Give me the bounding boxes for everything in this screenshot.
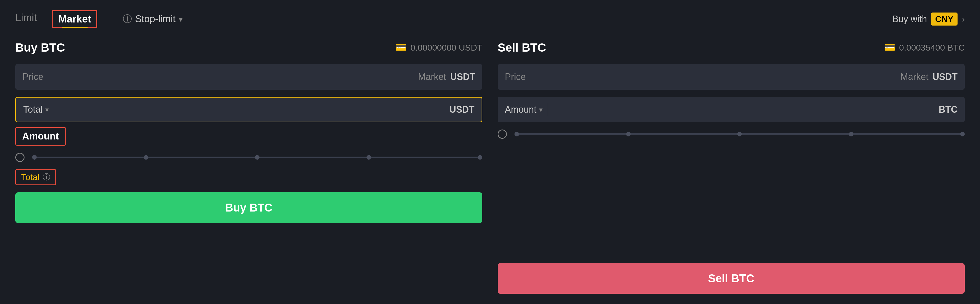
stop-limit-label: Stop-limit — [135, 14, 175, 24]
card-icon: 💳 — [395, 42, 407, 53]
sell-track-dot-2 — [626, 132, 631, 136]
sell-amount-row[interactable]: Amount ▾ BTC — [498, 97, 965, 122]
sell-price-currency: USDT — [932, 72, 958, 82]
buy-total-input[interactable] — [59, 104, 449, 115]
buy-tooltip-label: Total — [21, 172, 40, 182]
buy-total-arrow: ▾ — [45, 106, 49, 114]
main-container: Limit Market ⓘ Stop-limit ▾ Buy with CNY… — [0, 0, 980, 304]
track-dot-1 — [32, 155, 37, 160]
sell-divider — [548, 103, 548, 116]
sell-track-dot-3 — [737, 132, 742, 136]
buy-panel-title: Buy BTC — [15, 41, 65, 54]
buy-total-currency: USDT — [449, 104, 474, 115]
buy-slider-row — [15, 153, 482, 162]
buy-price-label: Price — [22, 72, 53, 82]
sell-panel: Sell BTC 💳 0.00035400 BTC Price Market U… — [498, 41, 965, 294]
track-dot-5 — [478, 155, 482, 160]
panels-row: Buy BTC 💳 0.00000000 USDT Price Market U… — [15, 41, 965, 294]
chevron-down-icon: ▾ — [179, 14, 183, 24]
sell-price-market: Market — [900, 72, 928, 82]
buy-btc-button[interactable]: Buy BTC — [15, 192, 482, 223]
buy-price-row: Price Market USDT — [15, 64, 482, 90]
tooltip-info-icon: ⓘ — [43, 172, 50, 182]
sell-track-dot-5 — [960, 132, 965, 136]
sell-track-dot-1 — [514, 132, 519, 136]
sell-panel-header: Sell BTC 💳 0.00035400 BTC — [498, 41, 965, 54]
sell-balance-info: 💳 0.00035400 BTC — [884, 42, 965, 53]
divider — [54, 103, 54, 116]
sell-price-label: Price — [505, 72, 535, 82]
limit-tab[interactable]: Limit — [15, 12, 37, 26]
chevron-right-icon: › — [962, 14, 965, 24]
sell-slider-row — [498, 130, 965, 139]
stop-limit-tab[interactable]: ⓘ Stop-limit ▾ — [123, 13, 183, 25]
sell-amount-dropdown[interactable]: Amount ▾ — [505, 104, 542, 115]
sell-panel-title: Sell BTC — [498, 41, 546, 54]
buy-panel: Buy BTC 💳 0.00000000 USDT Price Market U… — [15, 41, 482, 294]
track-dot-4 — [366, 155, 371, 160]
buy-total-row[interactable]: Total ▾ USDT — [15, 97, 482, 122]
cny-badge: CNY — [931, 13, 958, 26]
sell-slider-track[interactable] — [514, 133, 965, 135]
sell-amount-currency: BTC — [939, 104, 958, 115]
sell-track-dot-4 — [849, 132, 853, 136]
buy-with-cny[interactable]: Buy with CNY › — [892, 13, 965, 26]
top-nav: Limit Market ⓘ Stop-limit ▾ Buy with CNY… — [15, 10, 965, 28]
sell-balance-value: 0.00035400 BTC — [899, 43, 965, 53]
sell-amount-input[interactable] — [553, 104, 939, 115]
sell-card-icon: 💳 — [884, 42, 896, 53]
buy-price-market: Market — [418, 72, 446, 82]
sell-btc-button[interactable]: Sell BTC — [498, 263, 965, 294]
track-dot-2 — [144, 155, 148, 160]
sell-amount-arrow: ▾ — [539, 106, 542, 114]
amount-box-container: Amount — [15, 127, 482, 146]
info-circle-icon: ⓘ — [123, 13, 132, 25]
buy-balance-info: 💳 0.00000000 USDT — [395, 42, 482, 53]
buy-balance-value: 0.00000000 USDT — [410, 43, 482, 53]
buy-total-dropdown[interactable]: Total ▾ — [23, 104, 49, 115]
buy-slider-track[interactable] — [32, 157, 482, 158]
market-tab[interactable]: Market — [52, 10, 97, 28]
buy-panel-header: Buy BTC 💳 0.00000000 USDT — [15, 41, 482, 54]
buy-price-currency: USDT — [450, 72, 475, 82]
buy-total-tooltip: Total ⓘ — [15, 169, 56, 185]
sell-slider-handle[interactable] — [498, 130, 507, 139]
buy-slider-handle[interactable] — [15, 153, 24, 162]
sell-spacer — [498, 146, 965, 256]
track-dot-3 — [255, 155, 259, 160]
sell-price-row: Price Market USDT — [498, 64, 965, 90]
buy-with-label: Buy with — [892, 14, 927, 24]
sell-amount-label: Amount — [505, 104, 536, 115]
buy-total-label: Total — [23, 104, 43, 115]
buy-amount-box: Amount — [15, 127, 66, 146]
